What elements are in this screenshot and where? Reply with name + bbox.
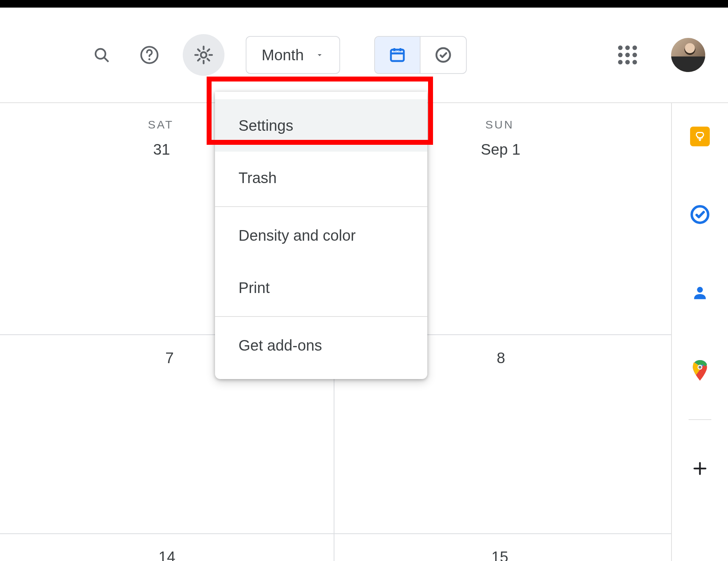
app-header: Month	[0, 8, 728, 102]
account-avatar[interactable]	[671, 38, 705, 72]
menu-item-label: Settings	[238, 117, 293, 134]
help-button[interactable]	[135, 41, 164, 69]
maps-app-button[interactable]	[689, 360, 711, 381]
gear-icon	[193, 44, 214, 66]
search-button[interactable]	[87, 41, 116, 69]
task-check-icon	[434, 46, 452, 64]
day-cell[interactable]: 7	[165, 349, 174, 367]
main-content: SAT SUN 31 Sep 1 7 8 14 15 Settings Tras…	[0, 102, 728, 561]
menu-item-print[interactable]: Print	[215, 262, 427, 314]
menu-item-label: Print	[238, 279, 270, 296]
menu-item-density-color[interactable]: Density and color	[215, 209, 427, 262]
menu-item-get-addons[interactable]: Get add-ons	[215, 319, 427, 371]
contacts-app-button[interactable]	[689, 282, 711, 303]
day-cell[interactable]: Sep 1	[481, 141, 521, 158]
calendar-icon	[388, 46, 406, 64]
grid-row-divider	[0, 533, 671, 534]
day-cell[interactable]: 15	[491, 548, 508, 561]
svg-line-1	[104, 58, 108, 62]
menu-item-label: Trash	[238, 169, 277, 186]
get-addons-side-button[interactable]	[689, 458, 711, 479]
day-header-sun: SUN	[485, 118, 514, 131]
tasks-icon	[690, 205, 710, 224]
day-cell[interactable]: 8	[497, 349, 505, 367]
menu-item-trash[interactable]: Trash	[215, 152, 427, 204]
tasks-app-button[interactable]	[689, 204, 711, 225]
maps-icon	[691, 360, 709, 381]
contacts-icon	[691, 284, 709, 301]
keep-icon	[690, 127, 710, 146]
svg-point-18	[698, 366, 701, 368]
menu-separator	[215, 206, 427, 207]
view-mode-segmented	[374, 36, 467, 74]
side-panel	[671, 103, 728, 561]
settings-dropdown: Settings Trash Density and color Print G…	[215, 92, 427, 379]
chevron-down-icon	[315, 50, 324, 60]
day-cell[interactable]: 31	[153, 141, 170, 158]
day-cell[interactable]: 14	[158, 548, 176, 561]
svg-point-4	[201, 52, 207, 58]
view-selector[interactable]: Month	[246, 36, 340, 74]
day-header-sat: SAT	[148, 118, 174, 131]
help-icon	[140, 45, 159, 65]
svg-point-3	[148, 58, 150, 60]
search-icon	[93, 46, 111, 64]
window-chrome-bar	[0, 0, 728, 8]
calendar-view-button[interactable]	[375, 37, 420, 73]
menu-separator	[215, 316, 427, 317]
svg-point-0	[96, 49, 105, 59]
settings-button[interactable]	[183, 34, 224, 76]
keep-app-button[interactable]	[689, 126, 711, 147]
tasks-view-button[interactable]	[420, 37, 466, 73]
menu-item-label: Density and color	[238, 227, 356, 244]
plus-icon	[692, 460, 708, 477]
google-apps-button[interactable]	[618, 45, 637, 64]
view-selector-label: Month	[262, 47, 304, 64]
menu-item-settings[interactable]: Settings	[215, 99, 427, 152]
calendar-grid: SAT SUN 31 Sep 1 7 8 14 15 Settings Tras…	[0, 103, 671, 561]
side-panel-separator	[689, 419, 711, 420]
svg-point-16	[697, 287, 703, 293]
menu-item-label: Get add-ons	[238, 337, 322, 354]
